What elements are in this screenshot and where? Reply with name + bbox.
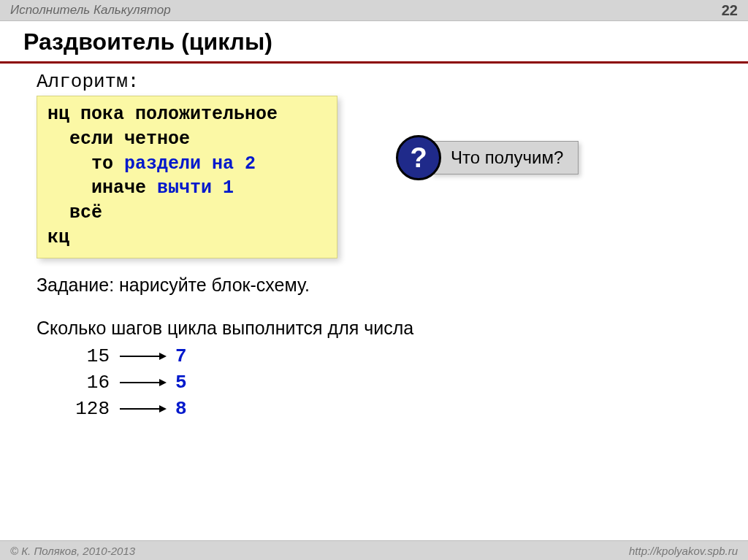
page-number: 22 xyxy=(722,2,738,19)
slide-footer: © К. Поляков, 2010-2013 http://kpolyakov… xyxy=(0,540,748,560)
arrow-icon xyxy=(110,377,175,388)
steps-answer: 7 xyxy=(175,345,187,367)
code-line-1: нц пока положительное xyxy=(47,104,278,125)
steps-row: 128 8 xyxy=(66,396,748,422)
slide-title: Раздвоитель (циклы) xyxy=(23,28,272,55)
code-block: нц пока положительное если четное то раз… xyxy=(37,96,337,258)
code-command-divide: раздели на 2 xyxy=(124,153,256,174)
callout-text: Что получим? xyxy=(431,141,579,174)
code-line-5: всё xyxy=(47,202,102,223)
steps-answer: 8 xyxy=(175,398,187,420)
steps-row: 16 5 xyxy=(66,369,748,396)
question-callout: ? Что получим? xyxy=(396,135,579,180)
title-bar: Раздвоитель (циклы) xyxy=(0,21,748,64)
code-line-4a: иначе xyxy=(47,177,157,199)
svg-marker-1 xyxy=(159,353,167,360)
steps-table: 15 7 16 5 128 8 xyxy=(66,343,748,422)
code-command-subtract: вычти 1 xyxy=(157,177,234,199)
question-mark-icon: ? xyxy=(396,135,441,180)
footer-url: http://kpolyakov.spb.ru xyxy=(629,545,738,557)
steps-question: Сколько шагов цикла выполнится для числа xyxy=(37,318,748,339)
steps-answer: 5 xyxy=(175,372,187,394)
code-line-2: если четное xyxy=(47,129,190,150)
svg-marker-3 xyxy=(159,379,167,386)
code-line-3a: то xyxy=(47,153,124,174)
steps-row: 15 7 xyxy=(66,343,748,369)
algorithm-label: Алгоритм: xyxy=(37,71,748,93)
code-line-6: кц xyxy=(47,227,69,248)
arrow-icon xyxy=(110,403,175,415)
slide-header: Исполнитель Калькулятор 22 xyxy=(0,0,748,21)
steps-input: 15 xyxy=(66,345,110,367)
slide-content: Алгоритм: нц пока положительное если чет… xyxy=(0,64,748,422)
copyright-text: © К. Поляков, 2010-2013 xyxy=(10,545,135,557)
steps-input: 128 xyxy=(66,398,110,420)
svg-marker-5 xyxy=(159,405,167,413)
arrow-icon xyxy=(110,350,175,362)
task-text: Задание: нарисуйте блок-схему. xyxy=(37,275,748,296)
topic-label: Исполнитель Калькулятор xyxy=(10,3,171,18)
steps-input: 16 xyxy=(66,372,110,394)
